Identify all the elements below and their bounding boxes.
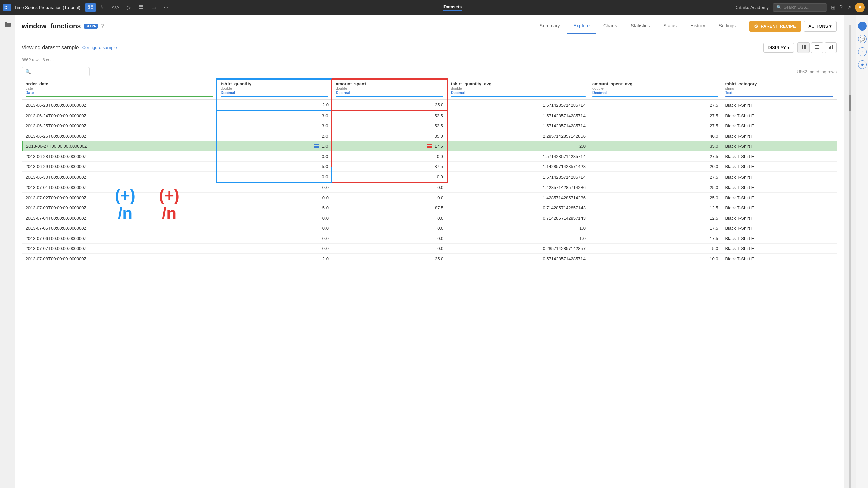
cell-order-date: 2013-06-29T00:00:00.000000Z <box>22 162 217 172</box>
grid-view-icon[interactable] <box>797 42 810 53</box>
cell-tshirt-quantity: 0.0 <box>217 172 332 182</box>
col-header-amount-spent: amount_spent double Decimal <box>332 79 447 100</box>
nav-tabs: Summary Explore Charts Statistics Status… <box>533 19 743 34</box>
tab-statistics[interactable]: Statistics <box>624 19 656 34</box>
cell-tshirt-quantity-avg: 1.5714285714285714 <box>447 151 589 162</box>
cell-order-date: 2013-06-27T00:00:00.000000Z <box>22 141 217 151</box>
tab-settings[interactable]: Settings <box>712 19 743 34</box>
comment-icon[interactable]: 💬 <box>858 35 867 43</box>
cell-amount-spent-avg: 12.5 <box>589 213 722 223</box>
more-icon[interactable]: ··· <box>161 3 171 12</box>
cell-tshirt-quantity-avg: 0.2857142857142857 <box>447 244 589 254</box>
table-row: 2013-07-06T00:00:00.000000Z0.00.01.017.5… <box>22 233 837 244</box>
arrow-up-icon[interactable]: ↑ <box>858 47 867 56</box>
cell-amount-spent-avg: 25.0 <box>589 182 722 193</box>
cell-tshirt-quantity: 0.0 <box>217 244 332 254</box>
cell-tshirt-category: Black T-Shirt F <box>722 141 837 151</box>
deploy-icon[interactable] <box>136 3 146 12</box>
flow-icon[interactable] <box>85 3 96 12</box>
cell-amount-spent-avg: 25.0 <box>589 193 722 203</box>
branch-icon[interactable]: ⑂ <box>98 3 107 12</box>
scrollbar-thumb[interactable] <box>849 95 851 111</box>
cell-tshirt-category: Black T-Shirt F <box>722 151 837 162</box>
grid-icon[interactable]: ⊞ <box>831 4 835 11</box>
tab-charts[interactable]: Charts <box>596 19 624 34</box>
display-button[interactable]: DISPLAY ▾ <box>763 43 794 53</box>
cell-order-date: 2013-07-01T00:00:00.000000Z <box>22 182 217 193</box>
decimal-bar-2 <box>336 96 443 97</box>
code-icon[interactable]: </> <box>109 3 122 12</box>
table-row: 2013-06-30T00:00:00.000000Z0.00.01.57142… <box>22 172 837 182</box>
search-placeholder: Search DSS... <box>784 5 809 10</box>
table-row: 2013-07-02T00:00:00.000000Z0.00.01.42857… <box>22 193 837 203</box>
info-icon[interactable]: i <box>858 22 867 30</box>
chevron-down-icon: ▾ <box>829 24 832 29</box>
dataset-badge: GD PR <box>84 24 98 29</box>
cell-amount-spent-avg: 5.0 <box>589 244 722 254</box>
avatar[interactable]: A <box>855 3 865 12</box>
table-row: 2013-07-08T00:00:00.000000Z2.035.00.5714… <box>22 254 837 264</box>
chevron-down-icon: ▾ <box>787 45 790 50</box>
search-input[interactable]: 🔍 <box>22 67 90 76</box>
play-icon[interactable]: ▷ <box>124 3 134 12</box>
main-content: window_functions GD PR ? Summary Explore… <box>15 15 844 488</box>
cell-amount-spent-avg: 27.5 <box>589 110 722 121</box>
cell-amount-spent-avg: 35.0 <box>589 141 722 151</box>
cell-tshirt-category: Black T-Shirt F <box>722 172 837 182</box>
dataset-name: window_functions <box>22 22 81 30</box>
cell-tshirt-quantity-avg: 1.1428571428571428 <box>447 162 589 172</box>
decimal-bar-3 <box>451 96 586 97</box>
search-icon: 🔍 <box>25 69 31 74</box>
search-icon: 🔍 <box>776 5 782 10</box>
cell-amount-spent-avg: 17.5 <box>589 223 722 233</box>
svg-rect-5 <box>804 45 806 47</box>
tab-history[interactable]: History <box>684 19 712 34</box>
cell-tshirt-quantity-avg: 0.7142857142857143 <box>447 203 589 213</box>
cell-tshirt-quantity-avg: 1.5714285714285714 <box>447 172 589 182</box>
cell-amount-spent: 87.5 <box>332 203 447 213</box>
table-row: 2013-07-04T00:00:00.000000Z0.00.00.71428… <box>22 213 837 223</box>
col-header-order-date: order_date date Date <box>22 79 217 100</box>
cell-order-date: 2013-06-24T00:00:00.000000Z <box>22 110 217 121</box>
parent-recipe-button[interactable]: ⚙ PARENT RECIPE <box>749 21 801 32</box>
cell-amount-spent: 52.5 <box>332 121 447 131</box>
data-table-container[interactable]: (+) /n (+) /n order_date date Date <box>15 78 844 488</box>
table-row: 2013-06-25T00:00:00.000000Z3.052.51.5714… <box>22 121 837 131</box>
search-bar[interactable]: 🔍 Search DSS... <box>773 3 827 12</box>
matching-rows-count: 8862 matching rows <box>797 69 837 74</box>
datasets-label[interactable]: Datasets <box>443 4 462 11</box>
cell-tshirt-category: Black T-Shirt F <box>722 203 837 213</box>
cell-tshirt-quantity-avg: 1.4285714285714286 <box>447 193 589 203</box>
panel-icon[interactable]: ▭ <box>149 3 159 12</box>
actions-button[interactable]: ACTIONS ▾ <box>804 21 837 32</box>
app-logo[interactable]: D <box>3 4 11 11</box>
svg-text:D: D <box>4 5 7 10</box>
cell-order-date: 2013-06-26T00:00:00.000000Z <box>22 131 217 141</box>
search-bar-area: 🔍 8862 matching rows <box>15 65 844 78</box>
folder-icon[interactable] <box>1 18 14 30</box>
tab-status[interactable]: Status <box>656 19 684 34</box>
scrollbar[interactable] <box>849 25 851 488</box>
help-icon[interactable]: ? <box>840 4 843 11</box>
cell-order-date: 2013-07-06T00:00:00.000000Z <box>22 233 217 244</box>
cell-amount-spent: 0.0 <box>332 193 447 203</box>
cell-amount-spent: 52.5 <box>332 110 447 121</box>
cell-order-date: 2013-06-23T00:00:00.000000Z <box>22 100 217 110</box>
cell-tshirt-quantity: 0.0 <box>217 223 332 233</box>
tab-summary[interactable]: Summary <box>533 19 567 34</box>
chart-view-icon[interactable] <box>825 42 837 53</box>
table-row: 2013-06-27T00:00:00.000000Z1.017.52.035.… <box>22 141 837 151</box>
chart-icon[interactable]: ↗ <box>847 4 851 11</box>
configure-sample-link[interactable]: Configure sample <box>82 45 117 50</box>
svg-rect-4 <box>802 45 803 47</box>
cell-tshirt-category: Black T-Shirt F <box>722 244 837 254</box>
date-bar <box>26 96 213 97</box>
star-icon[interactable]: ★ <box>858 60 867 69</box>
dataset-help-icon[interactable]: ? <box>101 23 104 29</box>
list-view-icon[interactable] <box>811 42 823 53</box>
cell-amount-spent-avg: 40.0 <box>589 131 722 141</box>
cell-tshirt-quantity: 3.0 <box>217 110 332 121</box>
cell-tshirt-quantity-avg: 1.5714285714285714 <box>447 110 589 121</box>
tab-explore[interactable]: Explore <box>567 19 596 34</box>
cell-tshirt-quantity-avg: 1.0 <box>447 233 589 244</box>
